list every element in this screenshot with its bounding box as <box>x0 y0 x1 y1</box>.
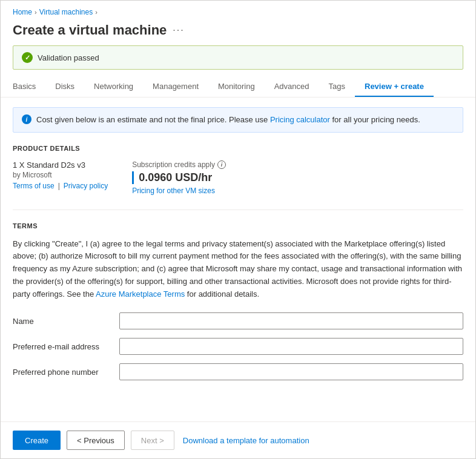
info-icon <box>22 114 31 124</box>
pricing-calculator-link[interactable]: Pricing calculator <box>270 115 330 124</box>
tab-review-create[interactable]: Review + create <box>355 77 434 97</box>
breadcrumb-home[interactable]: Home <box>13 8 32 16</box>
email-label: Preferred e-mail address <box>13 342 110 351</box>
product-links: Terms of use | Privacy policy <box>13 182 108 190</box>
check-icon <box>22 52 33 63</box>
name-label: Name <box>13 317 110 326</box>
create-button[interactable]: Create <box>13 431 61 450</box>
page-title: Create a virtual machine <box>13 22 167 38</box>
link-separator: | <box>58 182 60 190</box>
product-by: by Microsoft <box>13 171 108 179</box>
tab-disks[interactable]: Disks <box>45 77 84 97</box>
next-button: Next > <box>131 431 174 450</box>
product-name: 1 X Standard D2s v3 <box>13 160 108 170</box>
email-input[interactable] <box>119 338 463 355</box>
info-banner: Cost given below is an estimate and not … <box>13 107 463 133</box>
name-row: Name <box>13 312 463 329</box>
product-info: 1 X Standard D2s v3 by Microsoft Terms o… <box>13 160 108 190</box>
terms-text: By clicking "Create", I (a) agree to the… <box>13 238 463 301</box>
tab-tags[interactable]: Tags <box>319 77 355 97</box>
tab-monitoring[interactable]: Monitoring <box>208 77 265 97</box>
product-row: 1 X Standard D2s v3 by Microsoft Terms o… <box>13 160 463 195</box>
footer-bar: Create < Previous Next > Download a temp… <box>1 421 475 458</box>
price-display: 0.0960 USD/hr <box>132 171 226 184</box>
breadcrumb-sep2: › <box>95 8 98 16</box>
azure-marketplace-terms-link[interactable]: Azure Marketplace Terms <box>96 289 185 299</box>
previous-button[interactable]: < Previous <box>67 431 125 450</box>
info-banner-text: Cost given below is an estimate and not … <box>36 114 420 126</box>
tabs-nav: Basics Disks Networking Management Monit… <box>1 77 475 97</box>
tab-basics[interactable]: Basics <box>13 77 45 97</box>
privacy-policy-link[interactable]: Privacy policy <box>64 182 108 190</box>
phone-label: Preferred phone number <box>13 368 110 377</box>
subscription-info-icon[interactable]: i <box>217 160 226 169</box>
breadcrumb-sep1: › <box>35 8 37 16</box>
tab-management[interactable]: Management <box>143 77 208 97</box>
breadcrumb-vms[interactable]: Virtual machines <box>39 8 93 16</box>
terms-title: TERMS <box>13 222 463 230</box>
phone-input[interactable] <box>119 363 463 380</box>
subscription-label: Subscription credits apply i <box>132 160 226 169</box>
product-details-title: PRODUCT DETAILS <box>13 145 463 152</box>
section-divider <box>13 210 463 210</box>
tab-networking[interactable]: Networking <box>84 77 143 97</box>
terms-of-use-link[interactable]: Terms of use <box>13 182 55 190</box>
validation-banner: Validation passed <box>13 45 463 70</box>
validation-text: Validation passed <box>38 53 99 62</box>
tab-advanced[interactable]: Advanced <box>265 77 319 97</box>
main-window: Home › Virtual machines › Create a virtu… <box>0 0 476 459</box>
product-details-section: PRODUCT DETAILS 1 X Standard D2s v3 by M… <box>13 145 463 195</box>
page-header: Create a virtual machine ··· <box>1 20 475 45</box>
breadcrumb: Home › Virtual machines › <box>1 1 475 20</box>
email-row: Preferred e-mail address <box>13 338 463 355</box>
phone-row: Preferred phone number <box>13 363 463 380</box>
terms-section: TERMS By clicking "Create", I (a) agree … <box>13 222 463 301</box>
ellipsis-button[interactable]: ··· <box>173 25 184 36</box>
pricing-other-sizes-link[interactable]: Pricing for other VM sizes <box>132 187 226 195</box>
automation-template-link[interactable]: Download a template for automation <box>183 436 309 445</box>
content-area: PRODUCT DETAILS 1 X Standard D2s v3 by M… <box>1 133 475 422</box>
name-input[interactable] <box>119 312 463 329</box>
pricing-info: Subscription credits apply i 0.0960 USD/… <box>132 160 226 195</box>
form-fields: Name Preferred e-mail address Preferred … <box>13 312 463 380</box>
